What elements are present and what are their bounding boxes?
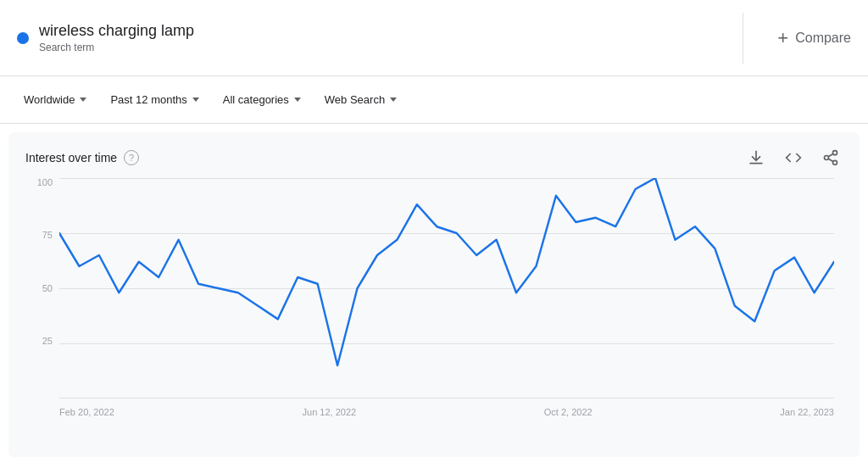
categories-filter[interactable]: All categories bbox=[213, 88, 311, 111]
x-label-feb: Feb 20, 2022 bbox=[59, 407, 114, 417]
search-type-filter[interactable]: Web Search bbox=[314, 88, 407, 111]
compare-plus-icon: + bbox=[777, 27, 788, 49]
chart-header: Interest over time ? bbox=[25, 146, 843, 170]
chart-title-text: Interest over time bbox=[25, 151, 117, 164]
y-label-100: 100 bbox=[37, 178, 53, 187]
header: wireless charging lamp Search term + Com… bbox=[0, 0, 868, 76]
search-term-value: wireless charging lamp bbox=[39, 22, 194, 40]
chart-area bbox=[59, 178, 834, 398]
download-button[interactable] bbox=[744, 146, 768, 170]
search-term-label: Search term bbox=[39, 42, 94, 53]
chart-title-area: Interest over time ? bbox=[25, 150, 139, 165]
period-chevron-icon bbox=[192, 98, 199, 102]
search-term-text: wireless charging lamp Search term bbox=[39, 22, 194, 53]
region-filter[interactable]: Worldwide bbox=[14, 88, 97, 111]
y-label-25: 25 bbox=[42, 337, 53, 346]
search-type-chevron-icon bbox=[390, 98, 397, 102]
compare-label: Compare bbox=[795, 31, 851, 46]
line-chart-svg bbox=[59, 178, 834, 398]
filters-bar: Worldwide Past 12 months All categories … bbox=[0, 76, 868, 124]
y-label-50: 50 bbox=[42, 284, 53, 293]
svg-line-3 bbox=[828, 159, 833, 161]
y-axis: 100 75 50 25 0 bbox=[25, 178, 59, 398]
categories-chevron-icon bbox=[294, 98, 301, 102]
region-label: Worldwide bbox=[24, 93, 75, 106]
region-chevron-icon bbox=[80, 98, 86, 102]
svg-point-1 bbox=[825, 156, 829, 160]
chart-section: Interest over time ? bbox=[8, 132, 860, 457]
x-label-jun: Jun 12, 2022 bbox=[303, 407, 357, 417]
svg-point-2 bbox=[833, 160, 837, 164]
search-type-label: Web Search bbox=[325, 93, 385, 106]
compare-section[interactable]: + Compare bbox=[743, 27, 851, 49]
svg-line-4 bbox=[828, 153, 833, 156]
term-color-dot bbox=[17, 32, 29, 44]
chart-container: 100 75 50 25 0 Feb 20, 2022 Jun 12, bbox=[25, 178, 843, 432]
chart-actions bbox=[744, 146, 843, 170]
svg-point-0 bbox=[833, 151, 837, 155]
x-label-jan: Jan 22, 2023 bbox=[780, 407, 834, 417]
search-term-section: wireless charging lamp Search term bbox=[17, 13, 743, 64]
x-label-oct: Oct 2, 2022 bbox=[544, 407, 593, 417]
period-filter[interactable]: Past 12 months bbox=[100, 88, 209, 111]
y-label-75: 75 bbox=[42, 231, 53, 240]
categories-label: All categories bbox=[223, 93, 289, 106]
share-button[interactable] bbox=[819, 146, 843, 170]
period-label: Past 12 months bbox=[110, 93, 186, 106]
help-icon[interactable]: ? bbox=[124, 150, 139, 165]
x-axis: Feb 20, 2022 Jun 12, 2022 Oct 2, 2022 Ja… bbox=[59, 402, 834, 432]
embed-button[interactable] bbox=[782, 146, 805, 170]
